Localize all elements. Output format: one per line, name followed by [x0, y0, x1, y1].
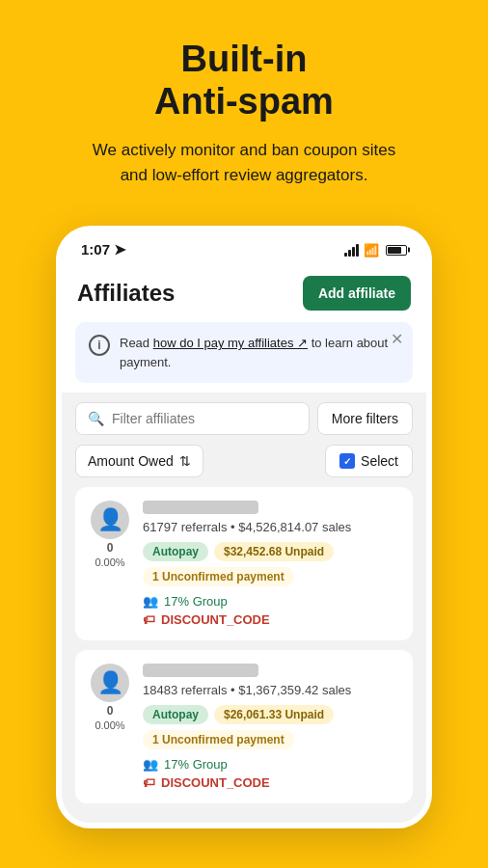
affiliate-card[interactable]: 👤 0 0.00% 61797 referrals • $4,526,814.0…	[75, 487, 413, 640]
autopay-tag: Autopay	[143, 542, 208, 561]
info-link[interactable]: how do I pay my affiliates ↗	[153, 336, 308, 350]
battery-icon	[386, 245, 407, 256]
info-banner: i Read how do I pay my affiliates ↗ to l…	[75, 322, 413, 383]
unpaid-tag: $26,061.33 Unpaid	[214, 705, 334, 724]
add-affiliate-button[interactable]: Add affiliate	[303, 276, 411, 311]
hero-title: Built-inAnti-spam	[29, 39, 459, 122]
affiliate-info: 61797 referrals • $4,526,814.07 sales Au…	[143, 501, 399, 627]
avatar: 👤	[91, 664, 129, 702]
hero-section: Built-inAnti-spam We actively monitor an…	[0, 0, 488, 206]
info-text: Read how do I pay my affiliates ↗ to lea…	[120, 334, 399, 371]
status-icons: 📶	[344, 243, 407, 258]
signal-icon	[344, 244, 359, 257]
status-bar: 1:07 ➤ 📶	[62, 231, 426, 262]
affiliates-title: Affiliates	[77, 280, 175, 307]
code-icon: 🏷	[143, 612, 155, 627]
code-icon: 🏷	[143, 775, 155, 790]
phone-content: Affiliates Add affiliate i Read how do I…	[62, 262, 426, 823]
group-icon: 👥	[143, 594, 158, 609]
unconfirmed-tag: 1 Unconfirmed payment	[143, 567, 294, 586]
tags-row: Autopay $26,061.33 Unpaid 1 Unconfirmed …	[143, 705, 399, 749]
code-row: 🏷 DISCOUNT_CODE	[143, 775, 399, 790]
avatar: 👤	[91, 501, 129, 539]
affiliate-meta: 👥 17% Group 🏷 DISCOUNT_CODE	[143, 594, 399, 627]
code-row: 🏷 DISCOUNT_CODE	[143, 612, 399, 627]
amount-owed-select[interactable]: Amount Owed ⇅	[75, 445, 203, 477]
hero-subtitle: We actively monitor and ban coupon sites…	[29, 138, 459, 187]
search-filter-row: 🔍 More filters	[75, 402, 413, 435]
unconfirmed-tag: 1 Unconfirmed payment	[143, 730, 294, 749]
avatar-count: 0	[107, 541, 114, 555]
amount-owed-label: Amount Owed	[88, 453, 174, 469]
checkbox-icon: ✓	[339, 453, 355, 469]
select-button[interactable]: ✓ Select	[325, 445, 413, 477]
affiliate-name	[143, 501, 258, 514]
user-icon: 👤	[97, 507, 123, 532]
affiliates-header: Affiliates Add affiliate	[62, 262, 426, 322]
avatar-count: 0	[107, 704, 114, 718]
affiliate-name	[143, 664, 258, 677]
group-row: 👥 17% Group	[143, 757, 399, 772]
affiliate-stats: 18483 referrals • $1,367,359.42 sales	[143, 683, 399, 697]
search-icon: 🔍	[88, 411, 104, 426]
select-label: Select	[361, 453, 398, 469]
user-icon: 👤	[97, 670, 123, 695]
affiliate-card[interactable]: 👤 0 0.00% 18483 referrals • $1,367,359.4…	[75, 650, 413, 803]
group-label: 17% Group	[164, 594, 228, 609]
group-icon: 👥	[143, 757, 158, 772]
avatar-col: 👤 0 0.00%	[89, 664, 131, 731]
chevron-down-icon: ⇅	[179, 453, 191, 469]
tags-row: Autopay $32,452.68 Unpaid 1 Unconfirmed …	[143, 542, 399, 586]
wifi-icon: 📶	[364, 243, 379, 258]
avatar-percent: 0.00%	[95, 719, 124, 731]
close-banner-button[interactable]: ✕	[391, 332, 403, 347]
discount-code: DISCOUNT_CODE	[161, 612, 270, 627]
more-filters-button[interactable]: More filters	[317, 402, 413, 435]
avatar-col: 👤 0 0.00%	[89, 501, 131, 568]
autopay-tag: Autopay	[143, 705, 208, 724]
affiliate-card-top: 👤 0 0.00% 61797 referrals • $4,526,814.0…	[89, 501, 399, 627]
search-input-wrap[interactable]: 🔍	[75, 402, 310, 435]
info-icon: i	[89, 335, 110, 356]
phone-frame: 1:07 ➤ 📶 Affiliates Add affiliate i Read	[56, 226, 432, 828]
status-time: 1:07 ➤	[81, 241, 126, 258]
discount-code: DISCOUNT_CODE	[161, 775, 270, 790]
affiliate-meta: 👥 17% Group 🏷 DISCOUNT_CODE	[143, 757, 399, 790]
unpaid-tag: $32,452.68 Unpaid	[214, 542, 334, 561]
list-section: 🔍 More filters Amount Owed ⇅ ✓ Select	[62, 393, 426, 823]
affiliate-card-top: 👤 0 0.00% 18483 referrals • $1,367,359.4…	[89, 664, 399, 790]
sort-select-row: Amount Owed ⇅ ✓ Select	[75, 445, 413, 477]
affiliate-info: 18483 referrals • $1,367,359.42 sales Au…	[143, 664, 399, 790]
group-row: 👥 17% Group	[143, 594, 399, 609]
affiliate-stats: 61797 referrals • $4,526,814.07 sales	[143, 520, 399, 534]
group-label: 17% Group	[164, 757, 228, 772]
avatar-percent: 0.00%	[95, 556, 124, 568]
search-input[interactable]	[112, 411, 297, 426]
